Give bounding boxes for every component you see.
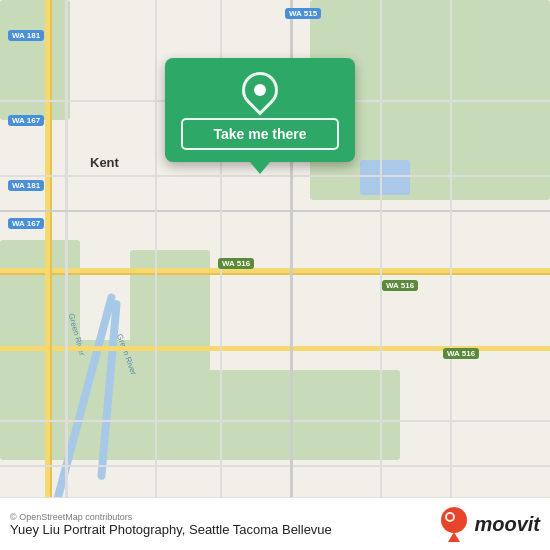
grid-road-h4 [0, 420, 550, 422]
city-label-kent: Kent [90, 155, 119, 170]
shield-wa516-3: WA 516 [443, 348, 479, 359]
moovit-pin-icon [440, 506, 468, 542]
map-container: Green River Green River Kent WA 181 WA 1… [0, 0, 550, 550]
shield-wa516-2: WA 516 [382, 280, 418, 291]
shield-wa181-1: WA 181 [8, 30, 44, 41]
moovit-logo: moovit [440, 506, 540, 542]
water-area [360, 160, 410, 195]
shield-wa515-1: WA 515 [285, 8, 321, 19]
highway-road-border [0, 273, 550, 275]
location-name: Yuey Liu Portrait Photography, Seattle T… [10, 522, 332, 537]
take-me-there-button[interactable]: Take me there [181, 118, 339, 150]
grid-road-h2 [0, 175, 550, 177]
moovit-brand-text: moovit [474, 513, 540, 536]
shield-wa516-1: WA 516 [218, 258, 254, 269]
grid-road-v1 [155, 0, 157, 550]
grid-road-v4 [380, 0, 382, 550]
grid-road-h5 [0, 465, 550, 467]
vert-road-1b [50, 0, 52, 550]
svg-marker-2 [448, 532, 460, 542]
shield-wa167-2: WA 167 [8, 218, 44, 229]
grid-road-v5 [450, 0, 452, 550]
green-area [200, 370, 400, 460]
shield-wa167-1: WA 167 [8, 115, 44, 126]
shield-wa181-2: WA 181 [8, 180, 44, 191]
svg-point-3 [447, 514, 453, 520]
green-area [0, 0, 70, 120]
popup-card: Take me there [165, 58, 355, 162]
map-attribution: © OpenStreetMap contributors [10, 512, 332, 522]
green-area [130, 250, 210, 350]
vert-road-2 [65, 0, 68, 550]
bottom-left-info: © OpenStreetMap contributors Yuey Liu Po… [10, 512, 332, 537]
bottom-bar: © OpenStreetMap contributors Yuey Liu Po… [0, 497, 550, 550]
green-area [0, 240, 80, 360]
location-pin [235, 65, 286, 116]
grid-road-h3 [0, 210, 550, 212]
